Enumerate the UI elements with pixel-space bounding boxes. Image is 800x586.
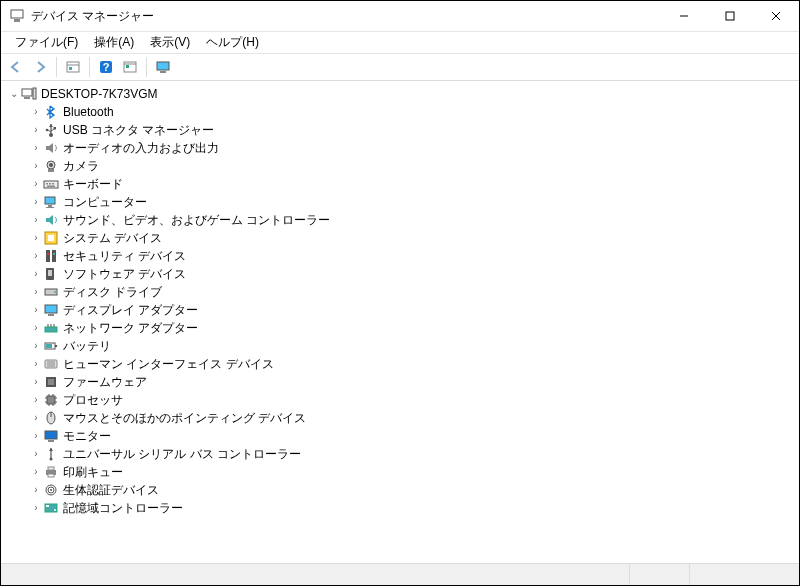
svg-point-21 (46, 129, 49, 132)
tree-item[interactable]: ›ディスク ドライブ (5, 283, 799, 301)
toolbar-monitor-button[interactable] (152, 56, 174, 78)
tree-item-label: マウスとそのほかのポインティング デバイス (63, 409, 306, 427)
svg-rect-1 (14, 19, 20, 22)
expand-icon[interactable]: › (29, 103, 43, 121)
tree-item[interactable]: ›サウンド、ビデオ、およびゲーム コントローラー (5, 211, 799, 229)
expand-icon[interactable]: › (29, 229, 43, 247)
tree-item-label: 印刷キュー (63, 463, 123, 481)
tree-item[interactable]: ›印刷キュー (5, 463, 799, 481)
svg-rect-72 (45, 431, 57, 439)
toolbar-separator (146, 57, 147, 77)
svg-rect-15 (160, 71, 166, 73)
minimize-button[interactable] (661, 1, 707, 31)
bluetooth-icon (43, 104, 59, 120)
expand-icon[interactable]: › (29, 337, 43, 355)
expand-icon[interactable]: › (29, 175, 43, 193)
tree-item-label: バッテリ (63, 337, 111, 355)
tree-item[interactable]: ›ソフトウェア デバイス (5, 265, 799, 283)
tree-item[interactable]: ›システム デバイス (5, 229, 799, 247)
title-bar: デバイス マネージャー (1, 1, 799, 31)
svg-rect-14 (157, 62, 169, 70)
tree-item[interactable]: ›キーボード (5, 175, 799, 193)
tree-item[interactable]: ›カメラ (5, 157, 799, 175)
expand-icon[interactable]: › (29, 211, 43, 229)
tree-item[interactable]: ›ファームウェア (5, 373, 799, 391)
tree-item[interactable]: ›記憶域コントローラー (5, 499, 799, 517)
keyboard-icon (43, 176, 59, 192)
close-button[interactable] (753, 1, 799, 31)
toolbar-help-button[interactable]: ? (95, 56, 117, 78)
menu-help[interactable]: ヘルプ(H) (198, 32, 267, 53)
tree-item[interactable]: ›ネットワーク アダプター (5, 319, 799, 337)
expand-icon[interactable]: › (29, 445, 43, 463)
pc-icon (43, 194, 59, 210)
tree-item[interactable]: ›プロセッサ (5, 391, 799, 409)
toolbar-properties-button[interactable] (119, 56, 141, 78)
svg-rect-33 (45, 197, 55, 204)
toolbar-forward-button[interactable] (29, 56, 51, 78)
security-icon (43, 248, 59, 264)
svg-rect-39 (47, 253, 49, 255)
tree-item[interactable]: ›マウスとそのほかのポインティング デバイス (5, 409, 799, 427)
maximize-button[interactable] (707, 1, 753, 31)
expand-icon[interactable]: › (29, 355, 43, 373)
tree-item[interactable]: ›コンピューター (5, 193, 799, 211)
expand-icon[interactable]: › (29, 283, 43, 301)
svg-rect-32 (47, 186, 55, 188)
collapse-icon[interactable]: ⌄ (7, 85, 21, 103)
tree-item[interactable]: ›ディスプレイ アダプター (5, 301, 799, 319)
tree-item[interactable]: ›ヒューマン インターフェイス デバイス (5, 355, 799, 373)
tree-root[interactable]: ⌄DESKTOP-7K73VGM (5, 85, 799, 103)
svg-rect-40 (52, 250, 56, 262)
expand-icon[interactable]: › (29, 463, 43, 481)
expand-icon[interactable]: › (29, 265, 43, 283)
tree-item[interactable]: ›セキュリティ デバイス (5, 247, 799, 265)
tree-item[interactable]: ›バッテリ (5, 337, 799, 355)
toolbar-showhidden-button[interactable] (62, 56, 84, 78)
cpu-icon (43, 392, 59, 408)
tree-item[interactable]: ›モニター (5, 427, 799, 445)
toolbar-separator (89, 57, 90, 77)
svg-rect-61 (47, 396, 55, 404)
expand-icon[interactable]: › (29, 301, 43, 319)
battery-icon (43, 338, 59, 354)
svg-rect-16 (22, 89, 32, 96)
tree-item-label: ディスク ドライブ (63, 283, 162, 301)
hid-icon (43, 356, 59, 372)
tree-item-label: 記憶域コントローラー (63, 499, 183, 517)
svg-rect-47 (48, 314, 54, 316)
expand-icon[interactable]: › (29, 499, 43, 517)
software-icon (43, 266, 59, 282)
svg-rect-46 (45, 305, 57, 313)
expand-icon[interactable]: › (29, 157, 43, 175)
tree-item[interactable]: ›USB コネクタ マネージャー (5, 121, 799, 139)
monitor-icon (43, 428, 59, 444)
expand-icon[interactable]: › (29, 247, 43, 265)
expand-icon[interactable]: › (29, 121, 43, 139)
tree-item-label: ユニバーサル シリアル バス コントローラー (63, 445, 301, 463)
menu-bar: ファイル(F) 操作(A) 表示(V) ヘルプ(H) (1, 31, 799, 53)
tree-item-label: ファームウェア (63, 373, 147, 391)
expand-icon[interactable]: › (29, 139, 43, 157)
tree-item[interactable]: ›ユニバーサル シリアル バス コントローラー (5, 445, 799, 463)
svg-rect-77 (48, 467, 54, 470)
expand-icon[interactable]: › (29, 193, 43, 211)
tree-item-label: システム デバイス (63, 229, 162, 247)
tree-item-label: セキュリティ デバイス (63, 247, 186, 265)
tree-item[interactable]: ›生体認証デバイス (5, 481, 799, 499)
svg-point-45 (54, 291, 56, 293)
svg-rect-37 (48, 235, 54, 241)
menu-file[interactable]: ファイル(F) (7, 32, 86, 53)
tree-item[interactable]: ›Bluetooth (5, 103, 799, 121)
toolbar-back-button[interactable] (5, 56, 27, 78)
menu-action[interactable]: 操作(A) (86, 32, 142, 53)
expand-icon[interactable]: › (29, 481, 43, 499)
expand-icon[interactable]: › (29, 373, 43, 391)
expand-icon[interactable]: › (29, 427, 43, 445)
expand-icon[interactable]: › (29, 409, 43, 427)
menu-view[interactable]: 表示(V) (142, 32, 198, 53)
expand-icon[interactable]: › (29, 391, 43, 409)
expand-icon[interactable]: › (29, 319, 43, 337)
device-tree[interactable]: ⌄DESKTOP-7K73VGM›Bluetooth›USB コネクタ マネージ… (1, 81, 799, 563)
tree-item[interactable]: ›オーディオの入力および出力 (5, 139, 799, 157)
